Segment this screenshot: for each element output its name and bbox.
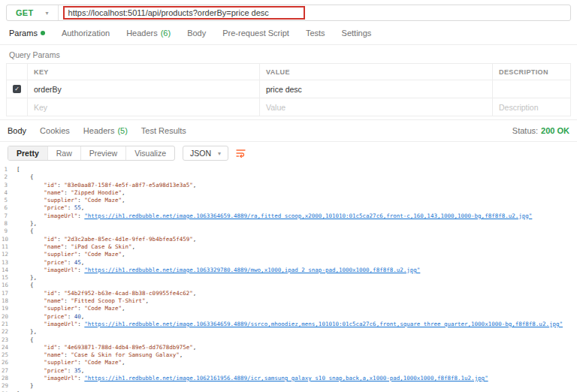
chevron-down-icon: ▾ [46,10,49,17]
json-token: : [77,305,84,312]
api-client-window: GET ▾ https://localhost:5011/api/product… [0,5,577,392]
view-mode-visualize[interactable]: Visualize [126,146,174,160]
line-number: 1 [2,166,17,173]
json-token: "price" [44,313,68,320]
line-number: 23 [2,336,17,344]
view-mode-preview[interactable]: Preview [81,146,126,160]
json-url-link[interactable]: "https://ih1.redbubble.net/image.1062161… [84,375,488,381]
json-token: "name" [44,189,64,196]
code-text: "id": "2d3c2abe-85ec-4d1e-9fef-9b4bfea5f… [17,236,196,243]
json-token: [ [17,166,20,173]
wrap-text-icon[interactable] [236,149,246,158]
code-line: 27 "price": 35, [2,367,577,375]
json-token: , [81,313,85,320]
code-text: "id": "4e693871-788d-4db4-89e5-dd7678db9… [17,344,196,351]
column-header-value: VALUE [260,64,493,80]
line-number: 20 [2,313,17,321]
response-tab-headers[interactable]: Headers(5) [83,126,128,135]
request-tab-params[interactable]: Params [9,29,45,38]
request-tab-body[interactable]: Body [187,29,206,38]
line-number: 24 [2,344,17,351]
code-text: { [17,336,34,344]
json-token: , [146,297,150,304]
new-param-value-field[interactable]: Value [260,98,493,116]
response-tab-test-results[interactable]: Test Results [141,126,186,135]
code-text: "name": "Fitted Scoop T-Shirt", [17,297,149,305]
json-token: : [68,259,74,266]
json-token: "supplier" [44,251,77,258]
json-token: 40 [74,313,81,320]
json-url-link[interactable]: "https://ih1.redbubble.net/image.1063364… [84,213,532,219]
json-token: "id" [44,182,57,188]
json-token: "imageUrl" [44,375,77,381]
code-line: 22 }, [2,328,577,336]
json-token: "name" [44,351,64,358]
request-tab-pre-request-script[interactable]: Pre-request Script [222,29,289,38]
json-token: : [57,182,64,188]
json-token: , [122,197,125,204]
format-label: JSON [190,149,211,158]
param-description-field[interactable] [493,80,570,98]
json-token: , [180,351,183,358]
line-number: 18 [2,297,17,305]
column-header-description: DESCRIPTION [493,64,570,80]
request-tab-settings[interactable]: Settings [342,29,372,38]
view-mode-pretty[interactable]: Pretty [8,146,48,160]
json-url-link[interactable]: "https://ih1.redbubble.net/image.1063364… [84,321,563,327]
green-dot-indicator [41,31,45,35]
json-token [17,359,44,366]
request-tab-headers[interactable]: Headers(6) [126,29,171,38]
code-text: "price": 45, [17,259,84,267]
code-line: 5 "supplier": "Code Maze", [2,197,577,204]
line-number: 4 [2,189,17,197]
param-value-field[interactable]: price desc [260,80,493,98]
json-token [17,259,44,266]
code-line: 1[ [2,166,577,173]
json-token [17,236,44,243]
status-badge: 200 OK [541,126,569,135]
tab-label: Pre-request Script [222,29,289,38]
new-param-description-field[interactable]: Description [493,98,570,116]
code-line: 20 "price": 40, [2,313,577,321]
json-token [17,213,44,219]
json-token [17,297,44,304]
code-text: { [17,228,34,235]
format-select[interactable]: JSON ▾ [183,146,228,161]
json-token: { [17,173,34,180]
code-line: 21 "imageUrl": "https://ih1.redbubble.ne… [2,321,577,328]
url-input[interactable]: https://localhost:5011/api/products?orde… [68,8,269,17]
line-number: 16 [2,282,17,289]
json-token [17,351,44,358]
response-tab-body[interactable]: Body [8,126,26,135]
params-header-row: KEY VALUE DESCRIPTION [7,64,570,80]
tab-label: Headers [83,126,115,135]
json-token: , [193,344,197,351]
code-line: 29 } [2,382,577,390]
response-toolbar: PrettyRawPreviewVisualize JSON ▾ [0,142,577,164]
code-text: "price": 40, [17,313,84,321]
response-tab-cookies[interactable]: Cookies [40,126,70,135]
tab-label: Authorization [62,29,110,38]
code-line: 25 "name": "Case & Skin for Samsung Gala… [2,351,577,359]
request-tab-tests[interactable]: Tests [306,29,325,38]
line-number: 27 [2,367,17,375]
new-param-key-field[interactable]: Key [28,98,260,116]
response-header: BodyCookiesHeaders(5)Test Results Status… [0,119,577,142]
method-select[interactable]: GET ▾ [7,5,59,20]
code-line: 13 "price": 45, [2,259,577,267]
param-key-field[interactable]: orderBy [28,80,260,98]
tab-label: Cookies [40,126,70,135]
json-token [17,251,44,258]
json-token: : [64,297,71,304]
view-mode-switcher: PrettyRawPreviewVisualize [8,146,175,161]
view-mode-raw[interactable]: Raw [48,146,81,160]
line-number: 7 [2,213,17,220]
param-enabled-checkbox[interactable]: ✓ [13,85,21,93]
request-tab-authorization[interactable]: Authorization [62,29,110,38]
param-checkbox-cell: ✓ [7,80,28,98]
json-token: , [122,305,125,312]
json-token: "name" [44,297,64,304]
json-url-link[interactable]: "https://ih1.redbubble.net/image.1063329… [84,267,420,273]
json-token: : [64,243,71,250]
new-param-row: Key Value Description [7,98,570,116]
